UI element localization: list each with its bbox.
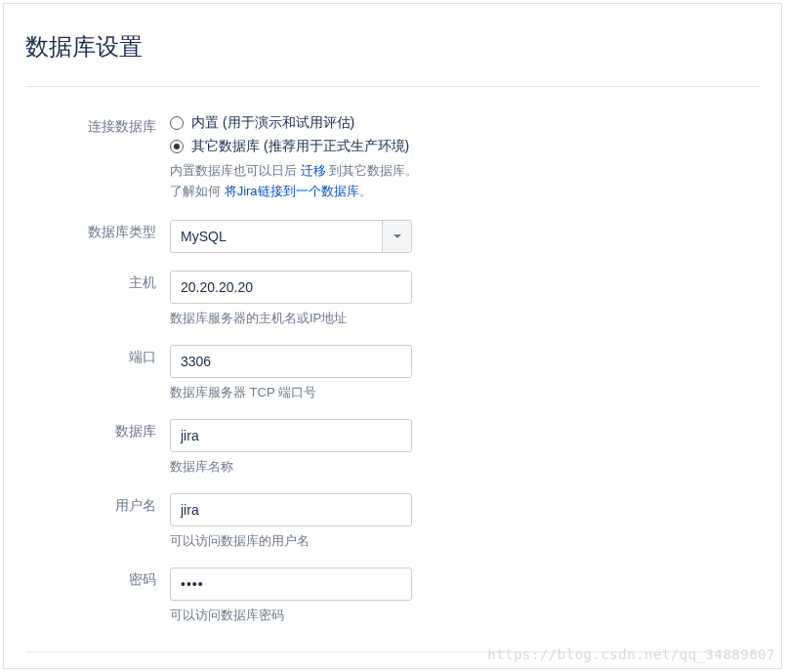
- field-dbtype: MySQL: [170, 220, 760, 253]
- help-pass: 可以访问数据库密码: [170, 607, 760, 624]
- input-db[interactable]: jira: [170, 419, 412, 452]
- hint1-p2: 到其它数据库。: [326, 163, 419, 178]
- help-port: 数据库服务器 TCP 端口号: [170, 384, 760, 401]
- label-connect: 连接数据库: [25, 114, 170, 136]
- input-host-value: 20.20.20.20: [181, 279, 253, 295]
- row-pass: 密码 •••• 可以访问数据库密码: [25, 567, 760, 624]
- row-db: 数据库 jira 数据库名称: [25, 419, 760, 476]
- help-user: 可以访问数据库的用户名: [170, 532, 760, 550]
- hint2-p2: 。: [359, 184, 372, 198]
- field-connect: 内置 (用于演示和试用评估) 其它数据库 (推荐用于正式生产环境) 内置数据库也…: [170, 114, 760, 202]
- divider-top: [25, 86, 760, 87]
- radio-option-builtin[interactable]: 内置 (用于演示和试用评估): [170, 114, 760, 132]
- settings-panel: 数据库设置 连接数据库 内置 (用于演示和试用评估) 其它数据库 (推荐用于正式…: [3, 3, 782, 669]
- label-host: 主机: [25, 271, 170, 292]
- input-port[interactable]: 3306: [170, 345, 412, 378]
- link-migrate[interactable]: 迁移: [301, 163, 326, 178]
- radio-label-builtin: 内置 (用于演示和试用评估): [191, 114, 354, 132]
- link-connect-jira[interactable]: 将Jira链接到一个数据库: [225, 184, 359, 198]
- input-pass[interactable]: ••••: [170, 567, 412, 601]
- input-user[interactable]: jira: [170, 493, 412, 526]
- chevron-down-icon: [382, 221, 411, 252]
- input-user-value: jira: [181, 502, 199, 518]
- label-dbtype: 数据库类型: [25, 220, 170, 241]
- watermark: https://blog.csdn.net/qq_34889607: [487, 647, 775, 662]
- page-title: 数据库设置: [25, 31, 760, 63]
- radio-icon-checked: [170, 140, 184, 153]
- radio-label-other: 其它数据库 (推荐用于正式生产环境): [191, 138, 409, 155]
- label-port: 端口: [25, 345, 170, 366]
- input-host[interactable]: 20.20.20.20: [170, 271, 412, 304]
- field-host: 20.20.20.20 数据库服务器的主机名或IP地址: [170, 271, 760, 327]
- help-db: 数据库名称: [170, 458, 760, 476]
- row-port: 端口 3306 数据库服务器 TCP 端口号: [25, 345, 760, 401]
- hint2-p1: 了解如何: [170, 184, 225, 198]
- field-db: jira 数据库名称: [170, 419, 760, 476]
- radio-option-other[interactable]: 其它数据库 (推荐用于正式生产环境): [170, 138, 760, 155]
- row-dbtype: 数据库类型 MySQL: [25, 220, 760, 253]
- hint1-p1: 内置数据库也可以日后: [170, 163, 301, 178]
- divider-bottom: [25, 651, 760, 652]
- field-port: 3306 数据库服务器 TCP 端口号: [170, 345, 760, 401]
- select-dbtype-value: MySQL: [171, 229, 236, 244]
- input-pass-value: ••••: [181, 576, 204, 592]
- field-user: jira 可以访问数据库的用户名: [170, 493, 760, 550]
- field-pass: •••• 可以访问数据库密码: [170, 567, 760, 624]
- row-user: 用户名 jira 可以访问数据库的用户名: [25, 493, 760, 550]
- row-connect: 连接数据库 内置 (用于演示和试用评估) 其它数据库 (推荐用于正式生产环境) …: [25, 114, 760, 202]
- row-host: 主机 20.20.20.20 数据库服务器的主机名或IP地址: [25, 271, 760, 327]
- input-db-value: jira: [181, 428, 199, 443]
- radio-icon-unchecked: [170, 116, 184, 130]
- label-db: 数据库: [25, 419, 170, 441]
- hint-builtin: 内置数据库也可以日后 迁移 到其它数据库。 了解如何 将Jira链接到一个数据库…: [170, 161, 760, 202]
- select-dbtype[interactable]: MySQL: [170, 220, 412, 253]
- input-port-value: 3306: [181, 354, 211, 369]
- label-pass: 密码: [25, 567, 170, 589]
- label-user: 用户名: [25, 493, 170, 515]
- help-host: 数据库服务器的主机名或IP地址: [170, 310, 760, 327]
